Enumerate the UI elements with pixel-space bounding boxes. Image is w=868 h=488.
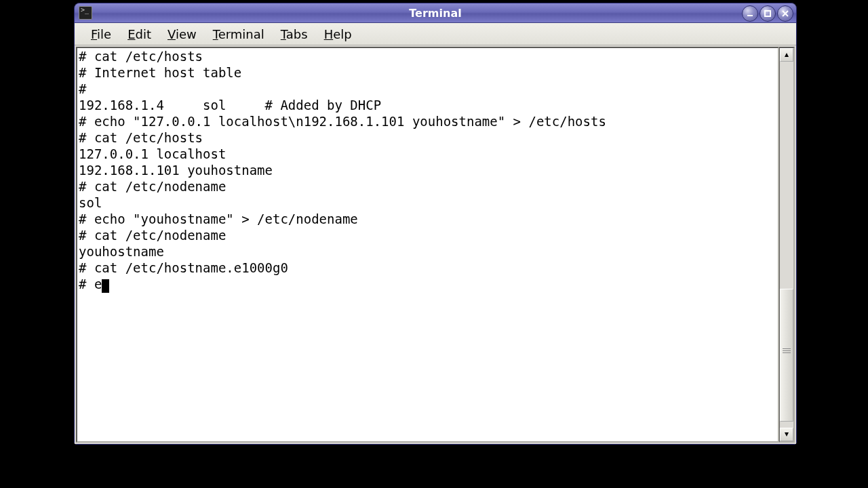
chevron-down-icon	[784, 432, 789, 437]
terminal-line: 127.0.0.1 localhost	[79, 146, 776, 162]
scroll-track[interactable]	[780, 62, 793, 428]
maximize-button[interactable]	[760, 5, 776, 22]
minimize-icon	[746, 9, 754, 18]
terminal-line: #	[79, 81, 776, 97]
cursor	[102, 279, 109, 293]
terminal-prompt-line[interactable]: # e	[79, 276, 776, 292]
terminal-line: # cat /etc/nodename	[79, 227, 776, 243]
terminal-line: # Internet host table	[79, 64, 776, 81]
close-icon	[781, 9, 789, 18]
terminal-window: Terminal File Edit View Terminal Tabs He…	[74, 3, 797, 445]
svg-marker-4	[785, 53, 789, 57]
terminal-line: youhostname	[79, 243, 776, 260]
terminal-line: # echo "127.0.0.1 localhost\n192.168.1.1…	[79, 113, 776, 129]
menu-edit[interactable]: Edit	[119, 24, 159, 44]
app-icon	[79, 6, 92, 20]
menu-help[interactable]: Help	[316, 24, 360, 44]
terminal-line: # cat /etc/hosts	[79, 129, 776, 146]
terminal-line: 192.168.1.101 youhostname	[79, 162, 776, 178]
menu-terminal[interactable]: Terminal	[205, 24, 273, 44]
terminal-output[interactable]: # cat /etc/hosts# Internet host table#19…	[76, 47, 779, 443]
menu-tabs[interactable]: Tabs	[273, 24, 316, 44]
window-title: Terminal	[75, 7, 796, 20]
svg-rect-1	[765, 11, 770, 16]
titlebar[interactable]: Terminal	[75, 3, 796, 23]
terminal-line: # echo "youhostname" > /etc/nodename	[79, 211, 776, 227]
chevron-up-icon	[784, 52, 789, 58]
terminal-line: # cat /etc/hosts	[79, 48, 776, 64]
terminal-line: # cat /etc/hostname.e1000g0	[79, 260, 776, 276]
scroll-thumb[interactable]	[780, 289, 793, 422]
menu-view[interactable]: View	[159, 24, 205, 44]
prompt-input: e	[94, 277, 102, 291]
prompt-prefix: #	[79, 277, 94, 291]
vertical-scrollbar[interactable]	[779, 47, 795, 443]
maximize-icon	[764, 9, 772, 18]
menubar: File Edit View Terminal Tabs Help	[75, 23, 796, 45]
svg-marker-5	[785, 432, 789, 436]
terminal-line: # cat /etc/nodename	[79, 178, 776, 195]
scroll-up-button[interactable]	[780, 48, 793, 62]
terminal-line: sol	[79, 195, 776, 211]
close-button[interactable]	[777, 5, 793, 22]
scroll-down-button[interactable]	[780, 428, 793, 441]
client-area: # cat /etc/hosts# Internet host table#19…	[75, 45, 796, 444]
minimize-button[interactable]	[742, 5, 758, 22]
terminal-line: 192.168.1.4 sol # Added by DHCP	[79, 97, 776, 113]
menu-file[interactable]: File	[83, 24, 119, 44]
